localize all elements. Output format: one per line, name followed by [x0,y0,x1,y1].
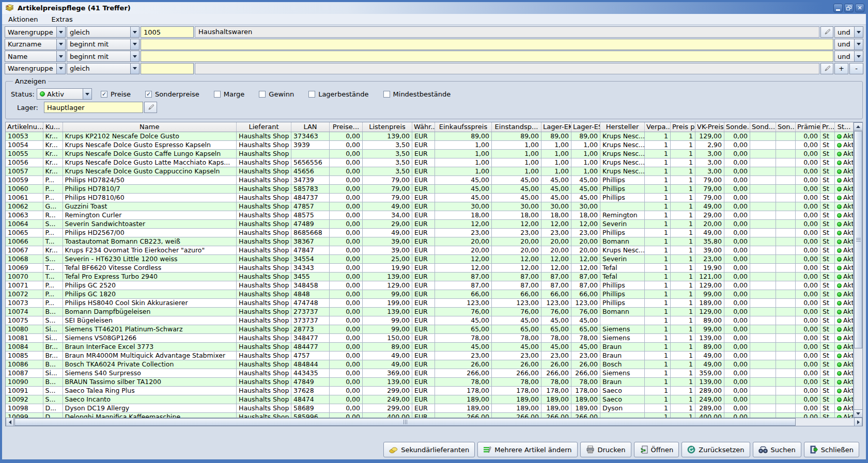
table-row[interactable]: 10070T...Tefal Pro Express Turbo 2940Hau… [6,272,854,281]
cell-einstandspreis[interactable]: 266,00 [492,412,541,418]
cell-vk-preis[interactable]: 49,00 [695,351,724,360]
cell-sonderpreis[interactable]: 0,00 [724,412,750,418]
cell-sonderpreis[interactable]: 0,00 [724,298,750,307]
cell-praemie[interactable]: 0,00 [796,316,820,325]
cell-einstandspreis[interactable]: 178,00 [492,386,541,395]
cell-status[interactable]: Akt [835,237,854,246]
cell-preis-pro[interactable]: 1 [671,132,695,140]
cell-vk-preis[interactable]: 89,00 [695,342,724,351]
cell-sonderpreis-3[interactable] [776,202,796,211]
cell-preiseinheit[interactable]: St [820,202,835,211]
cell-preiseinheit[interactable]: St [820,290,835,298]
cell-lan[interactable]: 474748 [291,298,330,307]
cell-kurzname[interactable]: G... [43,202,63,211]
cell-sonderpreis-2[interactable] [750,412,776,418]
cell-praemie[interactable]: 0,00 [796,132,820,140]
cell-vk-preis[interactable]: 129,00 [695,307,724,316]
cell-lan[interactable]: 47857 [291,202,330,211]
cell-lieferant[interactable]: Haushalts Shop [237,342,291,351]
chevron-down-icon[interactable] [130,27,139,37]
drucken-button[interactable]: Drucken [580,442,631,457]
cell-vk-preis[interactable]: 49,00 [695,228,724,237]
cell-lager-ek[interactable]: 178,00 [541,386,571,395]
column-header-einkaufspreis[interactable]: Einkaufsspreis [435,122,492,132]
cell-lager-ek[interactable]: 87,00 [541,281,571,290]
cell-lager-ek[interactable]: 20,00 [541,246,571,254]
cell-sonderpreis-2[interactable] [750,219,776,228]
cell-sonderpreis-3[interactable] [776,351,796,360]
cell-verpackung[interactable]: 1 [645,228,671,237]
cell-einstandspreis[interactable]: 66,00 [492,290,541,298]
cell-listenpreis[interactable]: 99,00 [363,290,412,298]
cell-sonderpreis[interactable]: 0,00 [724,219,750,228]
cell-preise[interactable]: 0,00 [330,412,363,418]
cell-preise[interactable]: 0,00 [330,395,363,404]
cell-listenpreis[interactable]: 3,50 [363,158,412,167]
cell-sonderpreis-3[interactable] [776,386,796,395]
cell-kurzname[interactable]: D... [43,404,63,412]
cell-lan[interactable]: 47847 [291,246,330,254]
cell-lager-es[interactable]: 23,00 [571,351,600,360]
cell-einkaufspreis[interactable]: 12,00 [435,219,492,228]
cell-lager-es[interactable]: 1,00 [571,140,600,149]
checkbox-preise[interactable]: Preise [101,90,131,98]
cell-kurzname[interactable]: B... [43,307,63,316]
cell-lager-es[interactable]: 123,00 [571,298,600,307]
cell-preis-pro[interactable]: 1 [671,290,695,298]
cell-einkaufspreis[interactable]: 123,00 [435,298,492,307]
cell-hersteller[interactable]: Braun [600,351,645,360]
cell-lager-ek[interactable]: 45,00 [541,184,571,193]
cell-sonderpreis-2[interactable] [750,254,776,263]
cell-status[interactable]: Akt [835,386,854,395]
cell-waehrung[interactable]: EUR [412,219,435,228]
cell-listenpreis[interactable]: 3,50 [363,140,412,149]
cell-artikelnummer[interactable]: 10068 [6,254,43,263]
cell-einkaufspreis[interactable]: 12,00 [435,254,492,263]
cell-sonderpreis-2[interactable] [750,369,776,377]
cell-preise[interactable]: 0,00 [330,351,363,360]
cell-waehrung[interactable]: EUR [412,377,435,386]
filter2-connector-select[interactable]: und [834,39,863,50]
cell-lager-es[interactable]: 23,00 [571,228,600,237]
cell-einkaufspreis[interactable]: 23,00 [435,351,492,360]
cell-hersteller[interactable]: Saeco [600,395,645,404]
chevron-down-icon[interactable] [130,63,139,74]
cell-status[interactable]: Akt [835,360,854,369]
cell-einstandspreis[interactable]: 45,00 [492,193,541,202]
cell-listenpreis[interactable]: 49,00 [363,228,412,237]
cell-lager-ek[interactable]: 78,00 [541,377,571,386]
cell-einstandspreis[interactable]: 30,00 [492,202,541,211]
table-row[interactable]: 10057Kr...Krups Nescafe Dolce Gusto Capp… [6,167,854,175]
table-row[interactable]: 10099D...Delonghi Magnifica Kaffeemaschi… [6,412,854,418]
cell-sonderpreis[interactable]: 0,00 [724,158,750,167]
cell-einstandspreis[interactable]: 12,00 [492,263,541,272]
table-row[interactable]: 10059P...Philips HD7824/50Haushalts Shop… [6,175,854,184]
filter4-lookup-button[interactable] [820,63,833,74]
cell-lieferant[interactable]: Haushalts Shop [237,386,291,395]
cell-einkaufspreis[interactable]: 65,00 [435,325,492,333]
cell-lager-ek[interactable]: 1,00 [541,149,571,158]
cell-listenpreis[interactable]: 3,50 [363,149,412,158]
cell-waehrung[interactable]: EUR [412,412,435,418]
cell-einkaufspreis[interactable]: 78,00 [435,377,492,386]
cell-lager-ek[interactable]: 189,00 [541,404,571,412]
cell-hersteller[interactable]: Tefal [600,263,645,272]
cell-kurzname[interactable]: R... [43,211,63,219]
cell-artikelnummer[interactable]: 10057 [6,167,43,175]
cell-hersteller[interactable]: Phillips [600,290,645,298]
cell-verpackung[interactable]: 1 [645,377,671,386]
table-row[interactable]: 10092S...Saeco IncantoHaushalts Shop4847… [6,395,854,404]
cell-einkaufspreis[interactable]: 78,00 [435,333,492,342]
cell-hersteller[interactable]: Phillips [600,298,645,307]
cell-praemie[interactable]: 0,00 [796,228,820,237]
cell-sonderpreis-3[interactable] [776,325,796,333]
cell-vk-preis[interactable]: 2,90 [695,140,724,149]
cell-kurzname[interactable]: P... [43,175,63,184]
cell-praemie[interactable]: 0,00 [796,307,820,316]
cell-kurzname[interactable]: Kr... [43,246,63,254]
table-row[interactable]: 10073P...Philips HS8040 Cool Skin Akkura… [6,298,854,307]
cell-status[interactable]: Akt [835,395,854,404]
cell-status[interactable]: Akt [835,158,854,167]
cell-preis-pro[interactable]: 1 [671,272,695,281]
close-button[interactable]: ✕ [855,4,864,12]
